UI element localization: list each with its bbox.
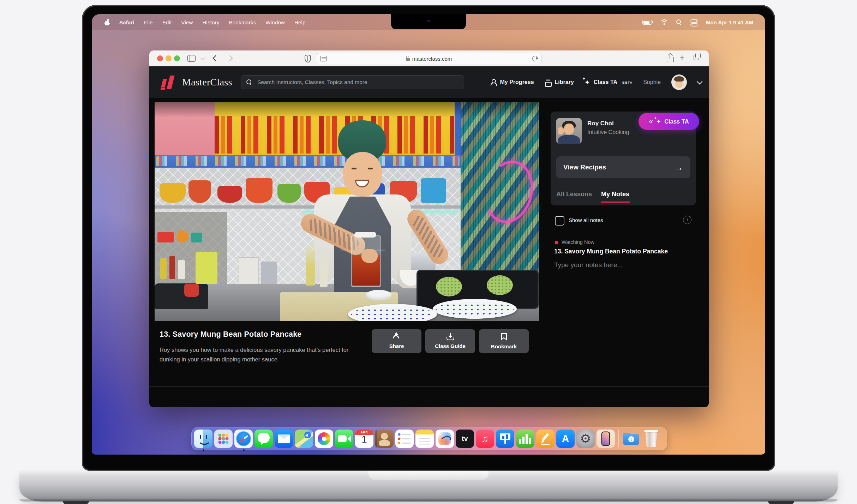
- video-art: [361, 249, 378, 263]
- person-icon: [490, 79, 497, 85]
- menu-bar-clock[interactable]: Mon Apr 1 9:41 AM: [706, 19, 753, 25]
- close-window-button[interactable]: [157, 55, 163, 61]
- share-button[interactable]: Share: [372, 329, 421, 353]
- menu-edit[interactable]: Edit: [162, 19, 172, 25]
- video-art: [155, 102, 539, 118]
- class-ta-button[interactable]: « ✦ Class TA: [639, 113, 699, 130]
- nav-my-progress[interactable]: My Progress: [490, 79, 534, 85]
- bookmark-button[interactable]: Bookmark: [479, 329, 529, 353]
- dock-tv-icon[interactable]: tv: [456, 430, 474, 448]
- video-art: [433, 299, 517, 319]
- dock-downloads-icon[interactable]: [622, 430, 640, 448]
- menu-history[interactable]: History: [203, 19, 220, 25]
- current-lesson-title: 13. Savory Mung Bean Potato Pancake: [554, 248, 668, 255]
- new-tab-icon[interactable]: +: [679, 53, 685, 63]
- dock-facetime-icon[interactable]: [335, 430, 353, 448]
- dock-mail-icon[interactable]: [275, 430, 293, 448]
- dock-music-icon[interactable]: [476, 430, 494, 448]
- address-bar[interactable]: masterclass.com: [316, 53, 542, 64]
- share-label: Share: [389, 343, 404, 349]
- notes-input[interactable]: Type your notes here...: [554, 261, 623, 269]
- calendar-day: 1: [355, 434, 373, 445]
- dock-system-settings-icon[interactable]: [576, 430, 595, 448]
- dock-safari-icon[interactable]: [234, 430, 253, 448]
- search-bar[interactable]: [241, 75, 464, 89]
- zoom-window-button[interactable]: [174, 55, 180, 61]
- spotlight-search-icon[interactable]: [676, 19, 682, 25]
- sparkle-icon: ✦: [656, 118, 661, 125]
- back-icon[interactable]: [213, 55, 219, 61]
- dock-trash-icon[interactable]: [642, 430, 660, 448]
- macos-desktop: Safari File Edit View History Bookmarks …: [92, 14, 765, 455]
- dock-finder-icon[interactable]: [194, 430, 212, 448]
- dock-calendar-icon[interactable]: APR 1: [355, 430, 373, 448]
- dock-contacts-icon[interactable]: [375, 430, 394, 448]
- share-icon: [392, 333, 401, 340]
- share-icon[interactable]: [667, 54, 673, 62]
- url-text: masterclass.com: [412, 56, 452, 62]
- minimize-window-button[interactable]: [166, 55, 172, 61]
- dock-iphone-mirroring-icon[interactable]: [597, 430, 615, 448]
- video-art: [320, 254, 328, 287]
- video-player[interactable]: [155, 102, 539, 321]
- download-icon: [447, 333, 454, 340]
- dock-keynote-icon[interactable]: [496, 430, 514, 448]
- view-recipes-label: View Recipes: [563, 163, 606, 171]
- menu-window[interactable]: Window: [265, 19, 285, 25]
- battery-icon[interactable]: [642, 20, 652, 25]
- dock-launchpad-icon[interactable]: [214, 430, 233, 448]
- video-art: [155, 155, 461, 168]
- apple-menu-icon[interactable]: [104, 19, 110, 25]
- collapse-icon: «: [649, 117, 653, 125]
- beta-badge: BETA: [622, 80, 633, 84]
- instructor-thumbnail[interactable]: [556, 118, 582, 144]
- nav-library[interactable]: Library: [545, 79, 574, 86]
- dock-maps-icon[interactable]: [295, 430, 313, 448]
- macbook-foot: [768, 501, 794, 504]
- dock-pages-icon[interactable]: [536, 430, 555, 448]
- sidebar-toggle-icon[interactable]: [187, 55, 196, 62]
- menu-safari[interactable]: Safari: [119, 19, 134, 25]
- header-nav: My Progress Library ✦ Class TA BETA: [490, 66, 702, 98]
- video-art: [184, 284, 199, 297]
- menu-bookmarks[interactable]: Bookmarks: [229, 19, 256, 25]
- control-center-icon[interactable]: [690, 19, 697, 25]
- account-chevron-down-icon[interactable]: [697, 79, 703, 85]
- tab-overview-icon[interactable]: [694, 55, 699, 60]
- show-all-notes-checkbox[interactable]: [555, 216, 564, 226]
- my-progress-label: My Progress: [500, 79, 534, 85]
- refresh-icon[interactable]: [531, 55, 539, 63]
- forward-icon[interactable]: [227, 55, 233, 61]
- tab-my-notes[interactable]: My Notes: [601, 191, 629, 198]
- info-icon[interactable]: i: [683, 216, 691, 224]
- chevron-down-icon[interactable]: [201, 56, 205, 60]
- privacy-shield-icon[interactable]: [305, 55, 311, 62]
- display-notch: [391, 14, 466, 29]
- dock-divider: [618, 430, 619, 448]
- reader-icon[interactable]: [320, 56, 327, 61]
- dock-app-store-icon[interactable]: [556, 430, 575, 448]
- search-icon: [246, 79, 252, 85]
- class-guide-button[interactable]: Class Guide: [425, 329, 475, 353]
- user-avatar[interactable]: [671, 74, 687, 90]
- menu-help[interactable]: Help: [294, 19, 306, 25]
- dock-notes-icon[interactable]: [415, 430, 434, 448]
- dock-reminders-icon[interactable]: [395, 430, 414, 448]
- camera-icon: [427, 20, 430, 22]
- dock-messages-icon[interactable]: [254, 430, 273, 448]
- masterclass-header: MasterClass My Progress: [149, 66, 709, 98]
- masterclass-wordmark: MasterClass: [182, 77, 232, 88]
- dock-freeform-icon[interactable]: [436, 430, 454, 448]
- dock: APR 1 tv: [191, 427, 667, 450]
- wifi-icon[interactable]: [660, 19, 668, 25]
- view-recipes-button[interactable]: View Recipes →: [556, 156, 690, 178]
- video-art: [306, 244, 315, 286]
- tab-all-lessons[interactable]: All Lessons: [556, 191, 592, 198]
- dock-photos-icon[interactable]: [315, 430, 333, 448]
- menu-view[interactable]: View: [181, 19, 193, 25]
- dock-numbers-icon[interactable]: [516, 430, 534, 448]
- masterclass-logo[interactable]: MasterClass: [161, 75, 232, 90]
- search-input[interactable]: [257, 79, 459, 86]
- nav-class-ta[interactable]: ✦ Class TA BETA: [585, 79, 633, 86]
- menu-file[interactable]: File: [144, 19, 153, 25]
